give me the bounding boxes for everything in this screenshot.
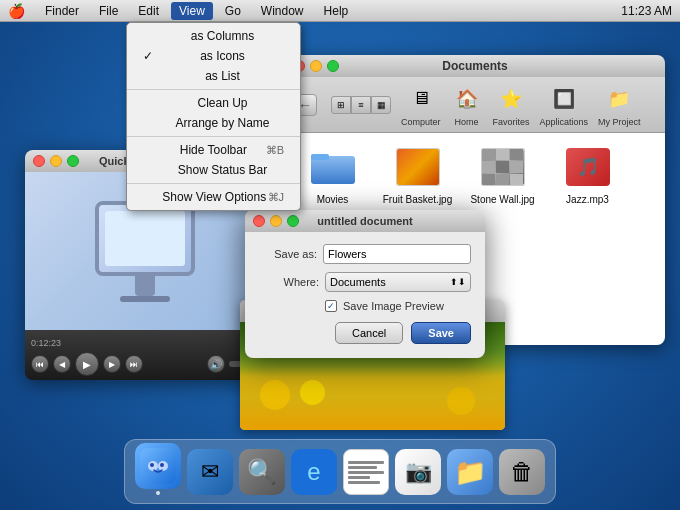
menu-item-clean-up[interactable]: Clean Up — [127, 93, 300, 113]
dock-item-trash[interactable]: 🗑 — [499, 449, 545, 495]
iphoto-icon: 📷 — [395, 449, 441, 495]
dock-item-magnifier[interactable]: 🔍 — [239, 449, 285, 495]
menu-item-as-list[interactable]: as List — [127, 66, 300, 86]
menu-item-as-icons[interactable]: ✓ as Icons — [127, 46, 300, 66]
file-name-jazz: Jazz.mp3 — [566, 194, 609, 205]
menu-item-as-columns[interactable]: as Columns — [127, 26, 300, 46]
view-icon-btn[interactable]: ⊞ — [331, 96, 351, 114]
desktop: 🍎 Finder File Edit View Go Window Help 1… — [0, 0, 680, 510]
qt-volume-button[interactable]: 🔊 — [207, 355, 225, 373]
dock-item-folder[interactable]: 📁 — [447, 449, 493, 495]
menu-separator-3 — [127, 183, 300, 184]
file-item-stone-wall[interactable]: Stone Wall.jpg — [465, 143, 540, 205]
save-dialog-minimize[interactable] — [270, 215, 282, 227]
computer-icon: 🖥 — [405, 83, 437, 115]
menubar-file[interactable]: File — [91, 2, 126, 20]
file-item-fruit-basket[interactable]: Fruit Basket.jpg — [380, 143, 455, 205]
where-select[interactable]: Documents ⬆⬇ — [325, 272, 471, 292]
home-icon: 🏠 — [451, 83, 483, 115]
save-as-label: Save as: — [259, 248, 317, 260]
menu-item-hide-toolbar[interactable]: Hide Toolbar ⌘B — [127, 140, 300, 160]
menu-item-show-status-bar[interactable]: Show Status Bar — [127, 160, 300, 180]
qt-playback-buttons: ⏮ ◀ ▶ ▶ ⏭ 🔊 — [31, 352, 259, 376]
dialog-buttons: Cancel Save — [259, 322, 471, 348]
mail-icon: ✉ — [187, 449, 233, 495]
folder-dock-icon: 📁 — [447, 449, 493, 495]
file-icon-stone-wall — [479, 143, 527, 191]
applications-btn[interactable]: 🔲 Applications — [540, 83, 589, 127]
svg-point-5 — [150, 463, 154, 467]
ie-icon: e — [291, 449, 337, 495]
documents-titlebar: Documents — [285, 55, 665, 77]
apple-menu[interactable]: 🍎 — [8, 3, 25, 19]
qt-time-display: 0:12:23 — [31, 338, 259, 348]
menubar-edit[interactable]: Edit — [130, 2, 167, 20]
textedit-dock-icon — [343, 449, 389, 495]
menubar-finder[interactable]: Finder — [37, 2, 87, 20]
qt-minimize-button[interactable] — [50, 155, 62, 167]
menu-item-show-view-options[interactable]: Show View Options ⌘J — [127, 187, 300, 207]
computer-btn[interactable]: 🖥 Computer — [401, 83, 441, 127]
my-project-btn[interactable]: 📁 My Project — [598, 83, 641, 127]
file-item-movies[interactable]: Movies — [295, 143, 370, 205]
save-dialog: untitled document Save as: Where: Docume… — [245, 210, 485, 358]
file-icon-fruit-basket — [394, 143, 442, 191]
save-button[interactable]: Save — [411, 322, 471, 344]
maximize-button[interactable] — [327, 60, 339, 72]
minimize-button[interactable] — [310, 60, 322, 72]
qt-rewind-button[interactable]: ⏮ — [31, 355, 49, 373]
save-preview-checkbox[interactable]: ✓ — [325, 300, 337, 312]
save-dialog-traffic-lights — [253, 215, 299, 227]
qt-maximize-button[interactable] — [67, 155, 79, 167]
menubar-go[interactable]: Go — [217, 2, 249, 20]
qt-play-button[interactable]: ▶ — [75, 352, 99, 376]
file-name-fruit-basket: Fruit Basket.jpg — [383, 194, 452, 205]
save-as-input[interactable] — [323, 244, 471, 264]
save-dialog-title: untitled document — [317, 215, 412, 227]
menubar-window[interactable]: Window — [253, 2, 312, 20]
folder-icon-movies — [309, 143, 357, 191]
dock-item-ie[interactable]: e — [291, 449, 337, 495]
where-value: Documents — [330, 276, 386, 288]
qt-step-forward-button[interactable]: ▶ — [103, 355, 121, 373]
cancel-button[interactable]: Cancel — [335, 322, 403, 344]
dock-item-textedit[interactable] — [343, 449, 389, 495]
home-btn[interactable]: 🏠 Home — [451, 83, 483, 127]
dock-dot-finder — [156, 491, 160, 495]
favorites-icon: ⭐ — [495, 83, 527, 115]
qt-step-back-button[interactable]: ◀ — [53, 355, 71, 373]
save-dialog-maximize[interactable] — [287, 215, 299, 227]
menubar-view[interactable]: View — [171, 2, 213, 20]
applications-icon: 🔲 — [548, 83, 580, 115]
save-preview-label: Save Image Preview — [343, 300, 444, 312]
svg-rect-1 — [311, 154, 329, 160]
dock-item-finder[interactable] — [135, 443, 181, 495]
file-name-movies: Movies — [317, 194, 349, 205]
save-dialog-titlebar: untitled document — [245, 210, 485, 232]
svg-rect-0 — [311, 156, 355, 184]
menubar-clock: 11:23 AM — [621, 4, 672, 18]
magnifier-icon: 🔍 — [239, 449, 285, 495]
view-list-btn[interactable]: ≡ — [351, 96, 371, 114]
view-col-btn[interactable]: ▦ — [371, 96, 391, 114]
qt-close-button[interactable] — [33, 155, 45, 167]
trash-icon: 🗑 — [499, 449, 545, 495]
menu-item-arrange-by-name[interactable]: Arrange by Name — [127, 113, 300, 133]
qt-traffic-lights — [33, 155, 79, 167]
file-item-jazz[interactable]: 🎵 Jazz.mp3 — [550, 143, 625, 205]
menu-separator-1 — [127, 89, 300, 90]
dock-item-iphoto[interactable]: 📷 — [395, 449, 441, 495]
favorites-btn[interactable]: ⭐ Favorites — [493, 83, 530, 127]
my-project-label: My Project — [598, 117, 641, 127]
save-as-row: Save as: — [259, 244, 471, 264]
dock-item-mail[interactable]: ✉ — [187, 449, 233, 495]
svg-point-6 — [160, 463, 164, 467]
save-dialog-close[interactable] — [253, 215, 265, 227]
documents-toolbar: ← ⊞ ≡ ▦ 🖥 Computer 🏠 Home ⭐ Favorites 🔲 — [285, 77, 665, 133]
menubar-help[interactable]: Help — [316, 2, 357, 20]
dropdown-arrows: ⬆⬇ — [450, 277, 466, 287]
favorites-label: Favorites — [493, 117, 530, 127]
home-label: Home — [455, 117, 479, 127]
qt-fast-forward-button[interactable]: ⏭ — [125, 355, 143, 373]
dock: ✉ 🔍 e 📷 — [124, 439, 556, 504]
